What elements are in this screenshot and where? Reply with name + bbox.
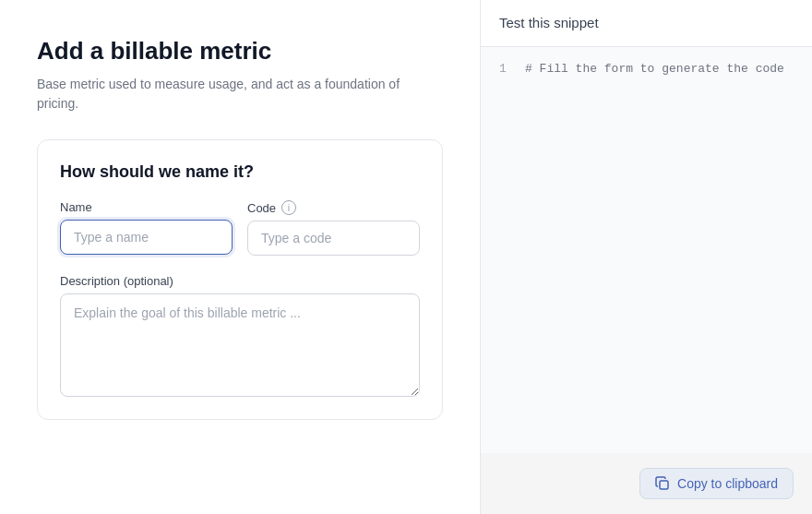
svg-rect-0	[660, 481, 668, 489]
right-panel-header-title: Test this snippet	[499, 15, 599, 30]
copy-button-label: Copy to clipboard	[677, 476, 778, 491]
copy-to-clipboard-button[interactable]: Copy to clipboard	[639, 468, 794, 499]
page-subtitle: Base metric used to measure usage, and a…	[37, 75, 443, 114]
code-label: Code i	[247, 200, 420, 215]
name-label: Name	[60, 200, 233, 214]
page-title: Add a billable metric	[37, 37, 443, 66]
name-input[interactable]	[60, 220, 233, 255]
line-number: 1	[499, 62, 514, 76]
code-comment: # Fill the form to generate the code	[525, 62, 784, 76]
code-info-icon[interactable]: i	[281, 200, 296, 215]
form-card: How should we name it? Name Code i Descr…	[37, 139, 443, 420]
form-card-title: How should we name it?	[60, 162, 420, 182]
code-line: 1 # Fill the form to generate the code	[499, 62, 794, 76]
code-preview: 1 # Fill the form to generate the code	[481, 47, 812, 453]
description-group: Description (optional)	[60, 274, 420, 397]
code-group: Code i	[247, 200, 420, 256]
right-panel-footer: Copy to clipboard	[481, 453, 812, 514]
right-panel: Test this snippet 1 # Fill the form to g…	[480, 0, 812, 514]
right-panel-header: Test this snippet	[481, 0, 812, 47]
clipboard-icon	[655, 476, 670, 491]
description-textarea[interactable]	[60, 293, 420, 397]
name-code-row: Name Code i	[60, 200, 420, 256]
left-panel: Add a billable metric Base metric used t…	[0, 0, 480, 514]
description-label: Description (optional)	[60, 274, 420, 288]
name-group: Name	[60, 200, 233, 256]
code-input[interactable]	[247, 221, 420, 256]
